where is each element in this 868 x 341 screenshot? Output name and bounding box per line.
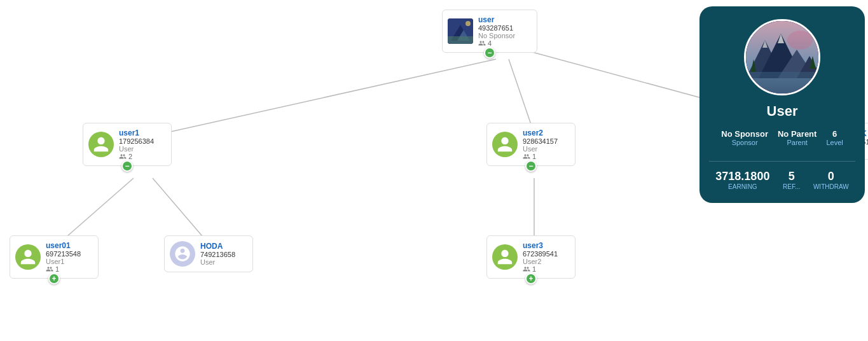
root-username: user [478, 15, 515, 24]
info-name: User [767, 103, 798, 120]
user1-info: user1 179256384 User 2 [119, 129, 154, 160]
hoda-username: HODA [200, 242, 235, 251]
info-ref-label: REF... [783, 183, 800, 190]
user3-id: 672389541 [523, 250, 558, 258]
user2-toggle[interactable]: − [525, 160, 537, 172]
info-ref-value: 5 [789, 170, 795, 183]
svg-line-0 [162, 59, 496, 134]
user01-toggle[interactable]: + [48, 273, 60, 284]
tree-container: user 493287651 No Sponsor 4 − user1 1792… [0, 0, 868, 341]
user3-members: 1 [523, 265, 558, 273]
info-parent-value: No Parent [778, 129, 816, 139]
user1-role: User [119, 145, 154, 153]
user01-username: user01 [46, 241, 81, 250]
node-user2[interactable]: user2 928634157 User 1 − [486, 123, 575, 166]
info-withdraw-label: WITHDRAW [813, 183, 849, 190]
user2-role: User [523, 145, 558, 153]
user3-avatar [492, 244, 518, 270]
user2-username: user2 [523, 129, 558, 137]
hoda-id: 749213658 [200, 251, 235, 258]
info-stat-level: 6 Level [826, 129, 843, 146]
node-user1[interactable]: user1 179256384 User 2 − [83, 123, 172, 166]
user01-id: 697213548 [46, 250, 81, 258]
info-earning-label: EARNING [728, 183, 757, 190]
user3-toggle[interactable]: + [525, 273, 537, 284]
node-user01[interactable]: user01 697213548 User1 1 + [10, 235, 99, 279]
hoda-avatar [170, 241, 195, 267]
info-block-ref: 5 REF... [783, 170, 800, 190]
info-block-withdraw: 0 WITHDRAW [813, 170, 849, 190]
info-earning-value: 3718.1800 [715, 170, 769, 183]
info-stat-sponsor: No Sponsor Sponsor [721, 129, 768, 146]
info-card: User No Sponsor Sponsor No Parent Parent… [699, 6, 865, 203]
info-level-value: 6 [832, 129, 837, 139]
user01-avatar [15, 244, 41, 270]
user2-id: 928634157 [523, 137, 558, 145]
user3-info: user3 672389541 User2 1 [523, 241, 558, 273]
user1-toggle[interactable]: − [121, 160, 133, 172]
info-stats-row: No Sponsor Sponsor No Parent Parent 6 Le… [709, 129, 855, 146]
user01-role: User1 [46, 258, 81, 265]
user3-username: user3 [523, 241, 558, 250]
node-user3[interactable]: user3 672389541 User2 1 + [486, 235, 575, 279]
user2-avatar [492, 132, 518, 157]
info-sponsor-label: Sponsor [732, 139, 758, 146]
info-divider [709, 161, 855, 162]
svg-point-10 [465, 21, 471, 26]
info-block-earning: 3718.1800 EARNING [715, 170, 769, 190]
node-hoda[interactable]: HODA 749213658 User [164, 235, 253, 272]
root-avatar [448, 18, 473, 44]
root-toggle[interactable]: − [484, 47, 495, 59]
svg-point-22 [787, 31, 813, 50]
user3-role: User2 [523, 258, 558, 265]
user01-members: 1 [46, 265, 81, 273]
svg-rect-19 [746, 72, 820, 95]
hoda-role: User [200, 258, 235, 266]
info-sponsor-value: No Sponsor [721, 129, 768, 139]
info-withdraw-value: 0 [828, 170, 834, 183]
user01-info: user01 697213548 User1 1 [46, 241, 81, 273]
info-numbers-row: 3718.1800 EARNING 5 REF... 0 WITHDRAW [709, 170, 855, 190]
info-level-label: Level [826, 139, 843, 146]
root-sponsor: No Sponsor [478, 32, 515, 39]
info-parent-label: Parent [787, 139, 807, 146]
user1-avatar [88, 132, 114, 157]
user1-username: user1 [119, 129, 154, 137]
hoda-info: HODA 749213658 User [200, 242, 235, 266]
user2-members: 1 [523, 153, 558, 160]
svg-rect-9 [448, 36, 473, 44]
root-id: 493287651 [478, 24, 515, 32]
info-stat-parent: No Parent Parent [778, 129, 816, 146]
root-info: user 493287651 No Sponsor 4 [478, 15, 515, 47]
info-avatar [744, 19, 820, 95]
user1-members: 2 [119, 153, 154, 160]
node-root[interactable]: user 493287651 No Sponsor 4 − [442, 10, 537, 53]
user1-id: 179256384 [119, 137, 154, 145]
root-members: 4 [478, 39, 515, 47]
user2-info: user2 928634157 User 1 [523, 129, 558, 160]
